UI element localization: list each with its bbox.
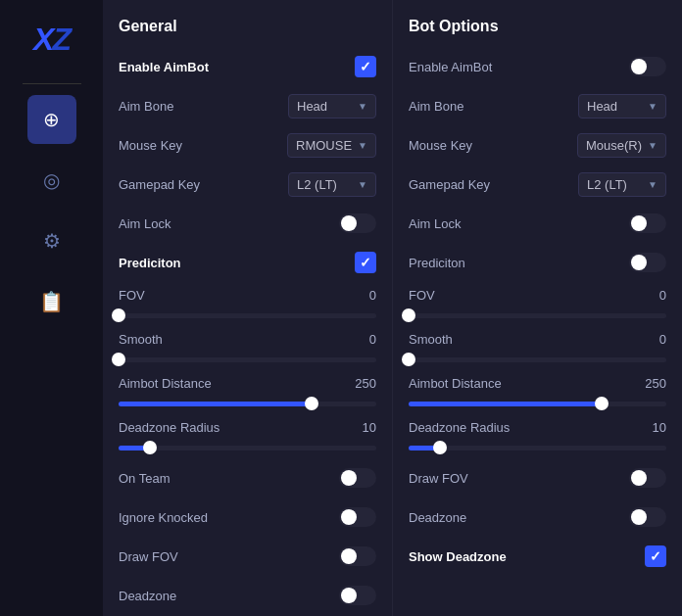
bot-enable-aimbot-label: Enable AimBot: [409, 60, 492, 74]
bot-deadzone-radius-slider-row: Deadzone Radius 10: [409, 420, 666, 454]
draw-fov-toggle[interactable]: [339, 546, 376, 566]
prediciton-checkbox[interactable]: ✓: [355, 252, 376, 273]
main-content: General Enable AimBot ✓ Aim Bone Head ▼ …: [103, 0, 682, 616]
aimbot-distance-slider-row: Aimbot Distance 250: [119, 376, 376, 410]
deadzone-toggle-knob: [341, 588, 357, 603]
ignore-knocked-toggle[interactable]: [339, 507, 376, 527]
bot-aimbot-distance-slider[interactable]: [409, 397, 666, 410]
smooth-slider[interactable]: [119, 353, 376, 366]
bot-smooth-slider-row: Smooth 0: [409, 332, 666, 366]
prediciton-row: Prediciton ✓: [119, 249, 376, 276]
dropdown-arrow-icon: ▼: [358, 140, 367, 151]
checkbox-check-icon: ✓: [360, 256, 371, 269]
bot-gamepad-key-dropdown[interactable]: L2 (LT) ▼: [578, 172, 666, 197]
mouse-key-dropdown[interactable]: RMOUSE ▼: [287, 133, 376, 158]
aim-lock-label: Aim Lock: [119, 216, 170, 231]
bot-mouse-key-label: Mouse Key: [409, 138, 472, 153]
sidebar-item-aimbot[interactable]: ⊕: [27, 95, 76, 144]
bot-aimbot-distance-header: Aimbot Distance 250: [409, 376, 666, 391]
dropdown-arrow-icon: ▼: [648, 179, 658, 190]
bot-deadzone-toggle[interactable]: [629, 507, 666, 527]
bot-enable-aimbot-toggle[interactable]: [629, 57, 666, 76]
bot-mouse-key-row: Mouse Key Mouse(R) ▼: [409, 131, 666, 159]
sidebar: XZ ⊕ ◎ ⚙ 📋: [0, 0, 103, 616]
smooth-slider-row: Smooth 0: [119, 332, 376, 366]
bot-aim-lock-toggle[interactable]: [629, 213, 666, 233]
aim-lock-toggle[interactable]: [339, 213, 376, 233]
smooth-slider-thumb[interactable]: [112, 353, 125, 366]
bot-fov-slider[interactable]: [409, 308, 666, 322]
draw-fov-row: Draw FOV: [119, 543, 376, 570]
deadzone-radius-label: Deadzone Radius: [119, 420, 219, 435]
aim-bone-label: Aim Bone: [119, 99, 173, 114]
aim-bone-dropdown[interactable]: Head ▼: [288, 94, 376, 118]
fov-label: FOV: [119, 288, 145, 303]
bot-aimbot-distance-slider-fill: [409, 402, 602, 406]
fov-slider-thumb[interactable]: [112, 308, 125, 322]
bot-deadzone-row: Deadzone: [409, 503, 666, 531]
bot-draw-fov-knob: [631, 470, 647, 486]
mouse-key-label: Mouse Key: [119, 138, 182, 153]
sidebar-item-settings[interactable]: ⚙: [27, 216, 76, 265]
gamepad-key-dropdown[interactable]: L2 (LT) ▼: [288, 172, 376, 197]
bot-aim-lock-label: Aim Lock: [409, 216, 461, 231]
bot-prediciton-toggle[interactable]: [629, 253, 666, 272]
aim-lock-toggle-knob: [341, 215, 357, 231]
bot-deadzone-radius-slider-track: [409, 446, 666, 450]
general-title: General: [119, 18, 376, 35]
ignore-knocked-label: Ignore Knocked: [119, 510, 208, 525]
bot-prediciton-label: Prediciton: [409, 256, 465, 270]
deadzone-radius-slider[interactable]: [119, 441, 376, 454]
bot-gamepad-key-label: Gamepad Key: [409, 177, 490, 192]
draw-fov-label: Draw FOV: [119, 549, 178, 564]
bot-enable-aimbot-row: Enable AimBot: [409, 53, 666, 80]
smooth-label: Smooth: [119, 332, 163, 347]
fov-slider[interactable]: [119, 308, 376, 322]
deadzone-row: Deadzone: [119, 582, 376, 609]
deadzone-radius-slider-row: Deadzone Radius 10: [119, 420, 376, 454]
gamepad-key-label: Gamepad Key: [119, 177, 200, 192]
bot-show-deadzone-checkbox[interactable]: ✓: [645, 545, 666, 567]
bot-mouse-key-dropdown[interactable]: Mouse(R) ▼: [577, 133, 666, 158]
bot-gamepad-key-row: Gamepad Key L2 (LT) ▼: [409, 170, 666, 198]
sidebar-item-file[interactable]: 📋: [27, 277, 76, 326]
bot-aim-lock-row: Aim Lock: [409, 210, 666, 237]
bot-aim-bone-value: Head: [587, 99, 617, 114]
aimbot-distance-value: 250: [355, 376, 376, 391]
bot-smooth-label: Smooth: [409, 332, 453, 347]
bot-enable-aimbot-knob: [631, 59, 647, 74]
bot-aimbot-distance-slider-thumb[interactable]: [595, 397, 609, 410]
on-team-toggle[interactable]: [339, 468, 376, 488]
fov-slider-row: FOV 0: [119, 288, 376, 322]
bot-smooth-slider[interactable]: [409, 353, 666, 366]
bot-draw-fov-toggle[interactable]: [629, 468, 666, 488]
mouse-key-row: Mouse Key RMOUSE ▼: [119, 131, 376, 159]
bot-deadzone-radius-slider[interactable]: [409, 441, 666, 454]
aimbot-distance-header: Aimbot Distance 250: [119, 376, 376, 391]
bot-aimbot-distance-slider-row: Aimbot Distance 250: [409, 376, 666, 410]
bot-fov-slider-thumb[interactable]: [402, 308, 415, 322]
bot-fov-slider-row: FOV 0: [409, 288, 666, 322]
smooth-value: 0: [369, 332, 376, 347]
aimbot-distance-slider[interactable]: [119, 397, 376, 410]
deadzone-radius-header: Deadzone Radius 10: [119, 420, 376, 435]
bot-smooth-slider-thumb[interactable]: [402, 353, 415, 366]
deadzone-radius-slider-thumb[interactable]: [143, 441, 157, 454]
enable-aimbot-checkbox[interactable]: ✓: [355, 56, 376, 77]
bot-aim-bone-row: Aim Bone Head ▼: [409, 92, 666, 119]
aimbot-distance-slider-fill: [119, 402, 312, 406]
deadzone-toggle[interactable]: [339, 586, 376, 605]
aimbot-distance-slider-thumb[interactable]: [305, 397, 318, 410]
bot-options-title: Bot Options: [409, 18, 666, 35]
sidebar-item-visuals[interactable]: ◎: [27, 156, 76, 205]
bot-options-panel: Bot Options Enable AimBot Aim Bone Head …: [393, 0, 682, 616]
sidebar-divider: [23, 83, 81, 84]
enable-aimbot-row: Enable AimBot ✓: [119, 53, 376, 80]
bot-aim-bone-dropdown[interactable]: Head ▼: [578, 94, 666, 118]
bot-aim-lock-knob: [631, 215, 647, 231]
prediciton-label: Prediciton: [119, 256, 181, 270]
bot-fov-slider-track: [409, 313, 666, 318]
bot-deadzone-radius-slider-thumb[interactable]: [433, 441, 447, 454]
dropdown-arrow-icon: ▼: [648, 140, 658, 151]
logo-text: XZ: [33, 22, 70, 58]
